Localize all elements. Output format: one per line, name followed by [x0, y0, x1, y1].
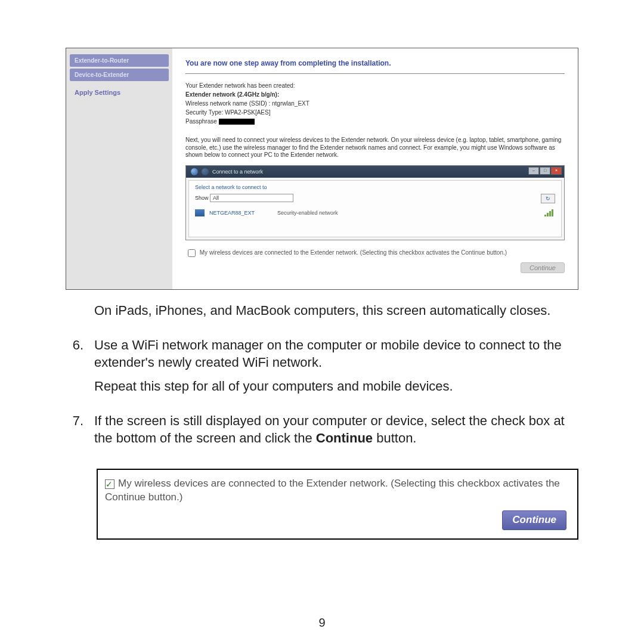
step-7-text: If the screen is still displayed on your…: [94, 412, 578, 447]
refresh-button[interactable]: ↻: [541, 194, 555, 203]
step-6-number: 6.: [66, 336, 83, 401]
network-list-item[interactable]: NETGEAR88_EXT Security-enabled network: [195, 209, 555, 216]
maximize-icon: □: [540, 167, 550, 175]
forward-orb-icon: [202, 168, 209, 175]
connect-window-title: Connect to a network: [212, 169, 263, 175]
devices-connected-label: My wireless devices are connected to the…: [200, 249, 507, 256]
step-6-text-b: Repeat this step for all of your compute…: [94, 377, 578, 395]
network-icon: [195, 209, 205, 216]
back-orb-icon: [191, 168, 198, 175]
ssid-line: Wireless network name (SSID) : ntgrwlan_…: [185, 100, 565, 107]
step-7-number: 7.: [66, 412, 83, 453]
step-6-text-a: Use a WiFi network manager on the comput…: [94, 336, 578, 371]
network-desc: Security-enabled network: [277, 210, 338, 216]
sidebar-item-device-to-extender: Device-to-Extender: [70, 69, 169, 81]
zoom-checkbox-label: My wireless devices are connected to the…: [105, 478, 560, 503]
sidebar-item-apply-settings: Apply Settings: [70, 83, 169, 99]
passphrase-label: Passphrase: [185, 118, 217, 125]
band-label: Extender network (2.4GHz b/g/n):: [185, 91, 565, 98]
zoom-continue-button[interactable]: Continue: [502, 510, 566, 530]
devices-connected-checkbox[interactable]: [188, 249, 196, 257]
continue-button-disabled: Continue: [521, 262, 565, 273]
wizard-screenshot: Extender-to-Router Device-to-Extender Ap…: [66, 48, 578, 290]
network-created-text: Your Extender network has been created:: [185, 82, 565, 89]
close-icon: ×: [551, 167, 562, 175]
wizard-main: You are now one step away from completin…: [172, 48, 578, 289]
wizard-instructions: Next, you will need to connect your wire…: [185, 137, 565, 159]
show-dropdown[interactable]: All: [210, 194, 293, 202]
network-name: NETGEAR88_EXT: [209, 210, 255, 216]
wizard-title: You are now one step away from completin…: [185, 59, 565, 74]
zoom-checkbox-checked[interactable]: [105, 479, 114, 489]
sidebar-item-extender-to-router: Extender-to-Router: [70, 54, 169, 67]
wizard-sidebar: Extender-to-Router Device-to-Extender Ap…: [66, 48, 172, 289]
zoom-screenshot: My wireless devices are connected to the…: [97, 469, 578, 540]
connect-window: Connect to a network – □ × Select a netw…: [185, 165, 565, 240]
wizard-footer: My wireless devices are connected to the…: [185, 247, 565, 273]
passphrase-line: Passphrase: [185, 118, 565, 125]
connect-window-titlebar: Connect to a network – □ ×: [186, 166, 564, 178]
select-network-label: Select a network to connect to: [195, 184, 555, 190]
signal-icon: [544, 209, 555, 216]
show-label: Show: [195, 195, 209, 201]
page-number: 9: [0, 616, 644, 630]
step-indent: [66, 302, 83, 326]
after-shot-text: On iPads, iPhones, and MacBook computers…: [94, 302, 578, 320]
security-line: Security Type: WPA2-PSK[AES]: [185, 109, 565, 116]
minimize-icon: –: [528, 167, 539, 175]
passphrase-redacted: [219, 119, 255, 125]
zoom-checkbox-row: My wireless devices are connected to the…: [105, 477, 566, 504]
